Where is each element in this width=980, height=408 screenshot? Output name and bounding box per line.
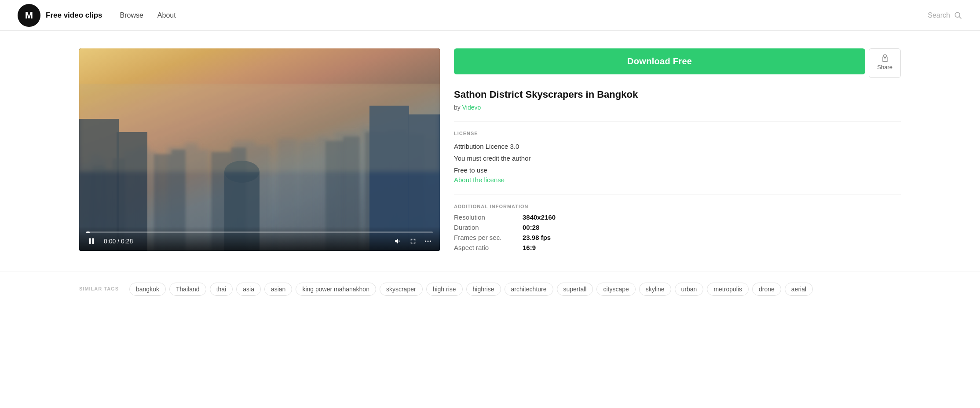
- nav-about[interactable]: About: [157, 10, 176, 21]
- svg-rect-43: [89, 238, 91, 244]
- license-line2: You must credit the author: [454, 152, 901, 164]
- nav-links: Browse About: [120, 10, 176, 21]
- tag-item[interactable]: aerial: [785, 283, 813, 296]
- tags-label: SIMILAR TAGS: [79, 283, 119, 291]
- info-duration: Duration 00:28: [454, 224, 901, 231]
- about-license-link[interactable]: About the license: [454, 176, 505, 184]
- license-line3: Free to use: [454, 164, 901, 176]
- video-player: 0:00 / 0:28: [79, 48, 440, 251]
- tag-item[interactable]: bangkok: [129, 283, 166, 296]
- tag-item[interactable]: cityscape: [596, 283, 635, 296]
- share-label: Share: [877, 64, 892, 70]
- fullscreen-icon: [409, 237, 417, 245]
- search-label: Search: [928, 11, 950, 19]
- share-button[interactable]: Share: [869, 48, 901, 78]
- fps-val: 23.98 fps: [523, 234, 551, 241]
- tag-item[interactable]: supertall: [557, 283, 593, 296]
- license-line1: Attribution Licence 3.0: [454, 140, 901, 152]
- svg-line-1: [959, 16, 962, 18]
- tag-item[interactable]: drone: [752, 283, 781, 296]
- author-link[interactable]: Videvo: [462, 104, 481, 111]
- pause-button[interactable]: [86, 236, 97, 246]
- video-title: Sathon District Skyscrapers in Bangkok: [454, 88, 901, 101]
- site-logo[interactable]: M Free video clips: [18, 4, 102, 27]
- info-resolution: Resolution 3840x2160: [454, 213, 901, 221]
- tags-list: bangkokThailandthaiasiaasianking power m…: [129, 283, 813, 296]
- tag-item[interactable]: architechture: [505, 283, 553, 296]
- info-aspect: Aspect ratio 16:9: [454, 244, 901, 251]
- resolution-val: 3840x2160: [523, 213, 556, 221]
- navbar: M Free video clips Browse About Search: [0, 0, 980, 31]
- volume-button[interactable]: [393, 236, 403, 246]
- download-button[interactable]: Download Free: [454, 48, 865, 74]
- site-title: Free video clips: [46, 11, 102, 20]
- svg-rect-42: [79, 84, 440, 172]
- aspect-val: 16:9: [523, 244, 536, 251]
- additional-section-label: ADDITIONAL INFORMATION: [454, 204, 901, 209]
- tags-section: SIMILAR TAGS bangkokThailandthaiasiaasia…: [0, 272, 980, 313]
- resolution-key: Resolution: [454, 213, 516, 221]
- logo-icon: M: [18, 4, 40, 27]
- search-area[interactable]: Search: [928, 11, 962, 20]
- svg-point-46: [428, 241, 429, 242]
- video-thumbnail: [79, 48, 440, 251]
- share-icon: [881, 54, 889, 62]
- action-row: Download Free Share: [454, 48, 901, 78]
- svg-point-45: [425, 241, 426, 242]
- tag-item[interactable]: Thailand: [169, 283, 206, 296]
- progress-bar[interactable]: [86, 232, 433, 233]
- tag-item[interactable]: asian: [264, 283, 292, 296]
- video-info: Download Free Share Sathon District Skys…: [454, 48, 901, 254]
- additional-info: ADDITIONAL INFORMATION Resolution 3840x2…: [454, 204, 901, 251]
- search-icon: [954, 11, 962, 20]
- svg-point-0: [955, 12, 960, 17]
- tag-item[interactable]: high rise: [426, 283, 463, 296]
- cityscape-svg: [79, 84, 440, 251]
- tag-item[interactable]: metropolis: [707, 283, 749, 296]
- info-fps: Frames per sec. 23.98 fps: [454, 234, 901, 241]
- tag-item[interactable]: skyline: [639, 283, 671, 296]
- tag-item[interactable]: urban: [675, 283, 704, 296]
- tag-item[interactable]: thai: [210, 283, 233, 296]
- tag-item[interactable]: skyscraper: [380, 283, 423, 296]
- duration-val: 00:28: [523, 224, 539, 231]
- svg-rect-44: [92, 238, 94, 244]
- fps-key: Frames per sec.: [454, 234, 516, 241]
- volume-icon: [394, 237, 402, 245]
- fullscreen-button[interactable]: [408, 236, 418, 246]
- tag-item[interactable]: highrise: [466, 283, 501, 296]
- svg-point-47: [430, 241, 431, 242]
- video-controls: 0:00 / 0:28: [79, 226, 440, 251]
- tag-item[interactable]: asia: [236, 283, 261, 296]
- video-author-line: by Videvo: [454, 104, 901, 111]
- main-content: 0:00 / 0:28: [0, 31, 980, 272]
- license-section-label: LICENSE: [454, 131, 901, 136]
- tag-item[interactable]: king power mahanakhon: [296, 283, 376, 296]
- progress-fill: [86, 232, 90, 233]
- aspect-key: Aspect ratio: [454, 244, 516, 251]
- pause-icon: [87, 237, 96, 246]
- more-icon: [424, 237, 432, 245]
- nav-browse[interactable]: Browse: [120, 10, 143, 21]
- time-display: 0:00 / 0:28: [104, 238, 133, 245]
- duration-key: Duration: [454, 224, 516, 231]
- more-button[interactable]: [423, 236, 433, 246]
- license-block: LICENSE Attribution Licence 3.0 You must…: [454, 131, 901, 184]
